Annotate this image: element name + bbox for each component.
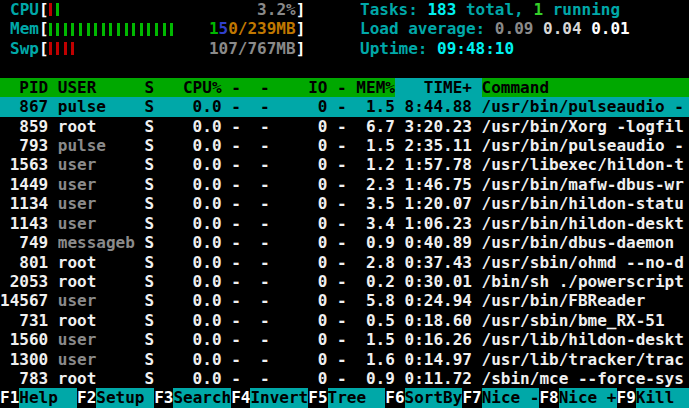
load-average-15min: 0.01	[591, 19, 630, 38]
fn-button-f6[interactable]: F6 SortBy	[385, 388, 462, 407]
process-row[interactable]: 749 messageb S 0.0 - - 0 - 0.9 0:40.89 /…	[0, 233, 689, 252]
cell-io: 0	[270, 311, 328, 330]
cell-dash3: -	[327, 369, 346, 388]
cell-time: 8:44.88	[395, 97, 472, 116]
cell-time: 1:57.78	[395, 155, 472, 174]
cell-gap	[48, 97, 58, 116]
process-row[interactable]: 1300 user S 0.0 - - 0 - 1.6 0:14.97 /usr…	[0, 350, 689, 369]
fn-button-f7[interactable]: F7 Nice -	[462, 388, 539, 407]
cell-mem: 2.8	[347, 253, 395, 272]
cell-io: 0	[270, 350, 328, 369]
fn-button-f3[interactable]: F3 Search	[154, 388, 231, 407]
swap-meter-value: 107/767MB	[209, 39, 296, 58]
process-row[interactable]: 1560 user S 0.0 - - 0 - 1.5 0:16.26 /usr…	[0, 330, 689, 349]
fn-key-label: F8	[539, 388, 558, 407]
column-header-sort-gap	[472, 78, 482, 97]
cell-user: user	[58, 175, 145, 194]
cell-dash3: -	[327, 155, 346, 174]
htop-terminal: { "colors": { "background": "#000000", "…	[0, 0, 689, 408]
column-header-dash3[interactable]: -	[327, 78, 346, 97]
process-row[interactable]: 14567 user S 0.0 - - 0 - 5.8 0:24.94 /us…	[0, 291, 689, 310]
process-row[interactable]: 783 root S 0.0 - - 0 - 0.9 0:11.72 /sbin…	[0, 369, 689, 388]
cell-user: pulse	[58, 97, 145, 116]
cell-sort-gap	[472, 311, 482, 330]
column-header-dash2[interactable]: -	[241, 78, 270, 97]
fn-key-label: F9	[617, 388, 636, 407]
cell-dash1: -	[222, 175, 241, 194]
process-row[interactable]: 1563 user S 0.0 - - 0 - 1.2 1:57.78 /usr…	[0, 155, 689, 174]
fn-button-f5[interactable]: F5 Tree	[308, 388, 385, 407]
cell-dash3: -	[327, 272, 346, 291]
cell-user: root	[58, 369, 145, 388]
process-row[interactable]: 1143 user S 0.0 - - 0 - 3.4 1:06.23 /usr…	[0, 214, 689, 233]
cell-dash2: -	[241, 117, 270, 136]
cell-mem: 0.2	[347, 272, 395, 291]
cell-state: S	[144, 272, 154, 291]
cell-cpu: 0.0	[154, 117, 221, 136]
fn-button-f4[interactable]: F4 Invert	[231, 388, 308, 407]
cell-state: S	[144, 214, 154, 233]
process-row[interactable]: 1134 user S 0.0 - - 0 - 3.5 1:20.07 /usr…	[0, 194, 689, 213]
fn-key-label: F7	[462, 388, 481, 407]
column-header-cpu[interactable]: CPU%	[154, 78, 221, 97]
cell-gap	[48, 194, 58, 213]
cell-dash3: -	[327, 350, 346, 369]
cell-cpu: 0.0	[154, 175, 221, 194]
cell-user: messageb	[58, 233, 145, 252]
fn-button-f1[interactable]: F1 Help	[0, 388, 77, 407]
cell-mem: 1.5	[347, 136, 395, 155]
process-row[interactable]: 1449 user S 0.0 - - 0 - 2.3 1:46.75 /usr…	[0, 175, 689, 194]
cell-cpu: 0.0	[154, 369, 221, 388]
green-meter-bar	[79, 23, 82, 36]
column-header-io[interactable]: IO	[270, 78, 328, 97]
column-header-pid[interactable]: PID	[0, 78, 48, 97]
cell-dash1: -	[222, 97, 241, 116]
mem-meter-bar-area: 150/239MB	[49, 19, 296, 38]
cell-mem: 0.5	[347, 311, 395, 330]
cell-state: S	[144, 330, 154, 349]
cell-state: S	[144, 97, 154, 116]
cell-pid: 2053	[0, 272, 48, 291]
cell-io: 0	[270, 330, 328, 349]
process-rows: 867 pulse S 0.0 - - 0 - 1.5 8:44.88 /usr…	[0, 97, 689, 388]
process-row[interactable]: 731 root S 0.0 - - 0 - 0.5 0:18.60 /usr/…	[0, 311, 689, 330]
cell-gap	[48, 175, 58, 194]
column-header-user[interactable]: USER	[58, 78, 145, 97]
cpu-meter-close-bracket: ]	[296, 0, 306, 19]
cell-pid: 1449	[0, 175, 48, 194]
cell-dash1: -	[222, 233, 241, 252]
process-row[interactable]: 859 root S 0.0 - - 0 - 6.7 3:20.23 /usr/…	[0, 117, 689, 136]
column-header-time-sorted[interactable]: TIME+	[395, 78, 472, 97]
meters: CPU[3.2%] Mem[150/239MB] Swp[107/767MB]	[0, 0, 305, 58]
fn-action-label: Kill	[636, 388, 689, 407]
cell-state: S	[144, 136, 154, 155]
cell-io: 0	[270, 97, 328, 116]
cell-pid: 1563	[0, 155, 48, 174]
column-header-dash1[interactable]: -	[222, 78, 241, 97]
cell-pid: 783	[0, 369, 48, 388]
column-header-mem[interactable]: MEM%	[347, 78, 395, 97]
cell-time: 0:24.94	[395, 291, 472, 310]
fn-action-label: Help	[19, 388, 77, 407]
cell-dash1: -	[222, 291, 241, 310]
process-row-selected[interactable]: 867 pulse S 0.0 - - 0 - 1.5 8:44.88 /usr…	[0, 97, 689, 116]
cell-state: S	[144, 350, 154, 369]
fn-button-f9[interactable]: F9 Kill	[617, 388, 689, 407]
column-header-state[interactable]: S	[144, 78, 154, 97]
process-row[interactable]: 801 root S 0.0 - - 0 - 2.8 0:37.43 /usr/…	[0, 253, 689, 272]
column-header-command[interactable]: Command	[482, 78, 689, 97]
fn-button-f2[interactable]: F2 Setup	[77, 388, 154, 407]
cell-sort-gap	[472, 175, 482, 194]
green-meter-bar	[132, 23, 135, 36]
cell-dash2: -	[241, 97, 270, 116]
cell-cpu: 0.0	[154, 136, 221, 155]
fn-button-f8[interactable]: F8 Nice +	[539, 388, 616, 407]
cell-cpu: 0.0	[154, 155, 221, 174]
cell-io: 0	[270, 175, 328, 194]
process-row[interactable]: 793 pulse S 0.0 - - 0 - 1.5 2:35.11 /usr…	[0, 136, 689, 155]
table-header-row: PID USER S CPU% - - IO - MEM% TIME+ Comm…	[0, 78, 689, 97]
fn-key-label: F2	[77, 388, 96, 407]
process-row[interactable]: 2053 root S 0.0 - - 0 - 0.2 0:30.01 /bin…	[0, 272, 689, 291]
cell-time: 0:11.72	[395, 369, 472, 388]
cell-dash2: -	[241, 233, 270, 252]
